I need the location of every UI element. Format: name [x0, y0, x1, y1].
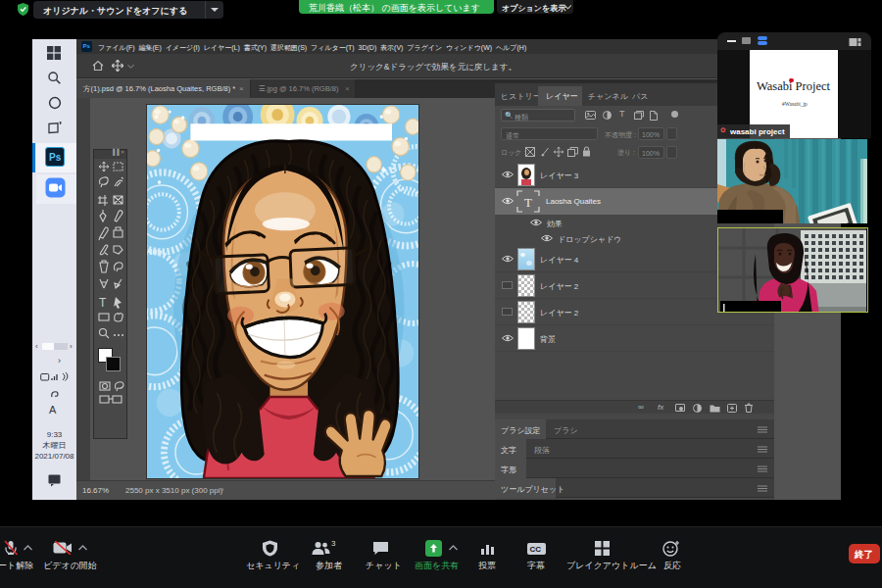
svg-text:T: T: [524, 195, 532, 210]
svg-text:T: T: [99, 296, 107, 310]
